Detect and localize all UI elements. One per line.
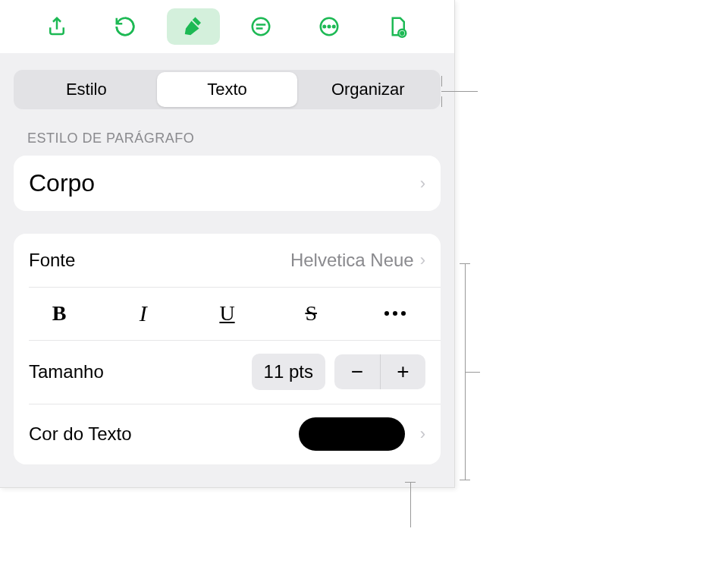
top-toolbar xyxy=(0,0,454,53)
size-label: Tamanho xyxy=(29,361,104,382)
more-button[interactable] xyxy=(303,8,356,45)
text-style-row: B I U S xyxy=(14,287,441,340)
chevron-right-icon: › xyxy=(420,250,425,270)
bold-button[interactable]: B xyxy=(29,301,89,326)
more-icon xyxy=(384,311,406,316)
svg-point-8 xyxy=(400,32,403,35)
share-button[interactable] xyxy=(30,8,83,45)
paragraph-style-row[interactable]: Corpo › xyxy=(14,156,441,211)
italic-button[interactable]: I xyxy=(113,301,174,326)
callout-line xyxy=(441,76,442,87)
chevron-right-icon: › xyxy=(420,174,425,194)
callout-line xyxy=(441,91,478,92)
underline-button[interactable]: U xyxy=(197,301,258,326)
format-inspector-panel: Estilo Texto Organizar Estilo de Parágra… xyxy=(0,0,455,488)
callout-line xyxy=(441,96,442,107)
text-color-label: Cor do Texto xyxy=(29,423,132,445)
callout-line xyxy=(465,372,480,373)
paragraph-style-value: Corpo xyxy=(29,169,95,197)
font-settings-card: Fonte Helvetica Neue › B I U S Tamanho 1… xyxy=(14,234,441,464)
paragraph-style-header: Estilo de Parágrafo xyxy=(27,131,441,146)
svg-point-4 xyxy=(324,26,326,28)
size-display[interactable]: 11 pts xyxy=(252,354,325,390)
inspector-tabs: Estilo Texto Organizar xyxy=(14,70,441,109)
font-value: Helvetica Neue xyxy=(290,250,414,271)
size-decrease-button[interactable]: − xyxy=(334,354,380,389)
document-button[interactable] xyxy=(371,8,424,45)
undo-button[interactable] xyxy=(99,8,152,45)
tab-arrange[interactable]: Organizar xyxy=(297,72,438,107)
callout-line xyxy=(410,482,411,527)
strikethrough-button[interactable]: S xyxy=(281,301,341,326)
text-color-swatch[interactable] xyxy=(299,417,405,451)
size-increase-button[interactable]: + xyxy=(380,354,425,389)
more-styles-button[interactable] xyxy=(365,311,425,316)
comment-button[interactable] xyxy=(234,8,287,45)
tab-style[interactable]: Estilo xyxy=(16,72,157,107)
size-row: Tamanho 11 pts − + xyxy=(14,340,441,404)
paragraph-style-card: Corpo › xyxy=(14,156,441,211)
font-row[interactable]: Fonte Helvetica Neue › xyxy=(14,234,441,287)
svg-point-0 xyxy=(253,18,270,36)
callout-line xyxy=(460,480,470,480)
svg-point-5 xyxy=(328,26,331,28)
chevron-right-icon: › xyxy=(420,424,425,444)
format-button[interactable] xyxy=(167,8,220,45)
text-color-row[interactable]: Cor do Texto › xyxy=(14,404,441,464)
inspector-content: Estilo Texto Organizar Estilo de Parágra… xyxy=(0,53,454,487)
font-label: Fonte xyxy=(29,250,75,271)
tab-text[interactable]: Texto xyxy=(157,72,298,107)
svg-point-6 xyxy=(333,26,335,28)
size-stepper: − + xyxy=(334,354,425,389)
